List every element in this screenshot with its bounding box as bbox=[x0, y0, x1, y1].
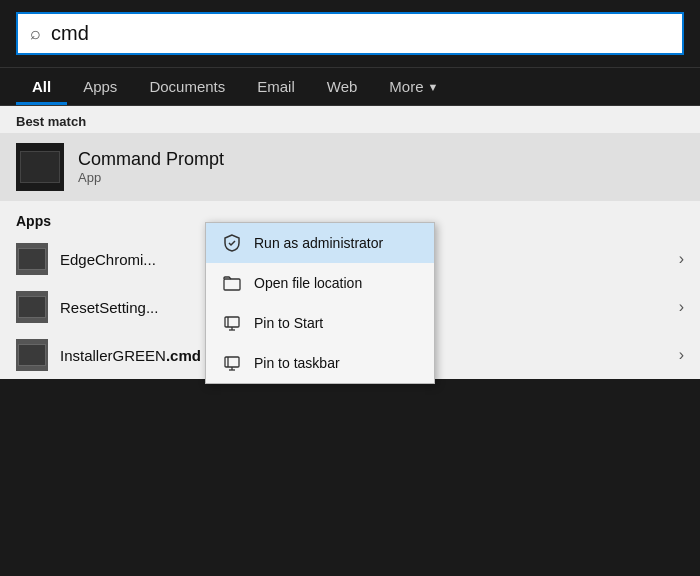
app-name: Command Prompt bbox=[78, 149, 684, 170]
chevron-right-icon: › bbox=[679, 250, 684, 268]
open-file-location-label: Open file location bbox=[254, 275, 362, 291]
pin-to-taskbar-label: Pin to taskbar bbox=[254, 355, 340, 371]
cmd-icon bbox=[16, 143, 64, 191]
folder-icon bbox=[222, 273, 242, 293]
chevron-right-icon: › bbox=[679, 346, 684, 364]
search-input[interactable] bbox=[51, 22, 670, 45]
context-menu-item-pin-to-start[interactable]: Pin to Start bbox=[206, 303, 434, 343]
reset-icon bbox=[16, 291, 48, 323]
svg-rect-0 bbox=[224, 279, 240, 290]
context-menu-item-run-as-admin[interactable]: Run as administrator bbox=[206, 223, 434, 263]
search-icon: ⌕ bbox=[30, 23, 41, 44]
tab-documents[interactable]: Documents bbox=[133, 68, 241, 105]
pin-taskbar-icon bbox=[222, 353, 242, 373]
search-input-wrapper[interactable]: ⌕ bbox=[16, 12, 684, 55]
tab-apps[interactable]: Apps bbox=[67, 68, 133, 105]
chevron-right-icon: › bbox=[679, 298, 684, 316]
tab-web[interactable]: Web bbox=[311, 68, 374, 105]
context-menu-item-pin-to-taskbar[interactable]: Pin to taskbar bbox=[206, 343, 434, 383]
shield-icon bbox=[222, 233, 242, 253]
installer-icon bbox=[16, 339, 48, 371]
more-label: More bbox=[389, 78, 423, 95]
best-match-label: Best match bbox=[0, 106, 700, 133]
tab-more[interactable]: More ▼ bbox=[373, 68, 454, 105]
pin-to-start-label: Pin to Start bbox=[254, 315, 323, 331]
filter-tabs: All Apps Documents Email Web More ▼ bbox=[0, 68, 700, 106]
app-type: App bbox=[78, 170, 684, 185]
edge-icon bbox=[16, 243, 48, 275]
pin-start-icon bbox=[222, 313, 242, 333]
tab-all[interactable]: All bbox=[16, 68, 67, 105]
app-info: Command Prompt App bbox=[78, 149, 684, 185]
chevron-down-icon: ▼ bbox=[428, 81, 439, 93]
best-match-item[interactable]: Command Prompt App bbox=[0, 133, 700, 201]
main-content: Best match Command Prompt App Run as adm… bbox=[0, 106, 700, 379]
svg-rect-5 bbox=[225, 357, 239, 367]
search-bar: ⌕ bbox=[0, 0, 700, 68]
tab-email[interactable]: Email bbox=[241, 68, 311, 105]
run-as-admin-label: Run as administrator bbox=[254, 235, 383, 251]
context-menu-item-open-file-location[interactable]: Open file location bbox=[206, 263, 434, 303]
svg-rect-1 bbox=[225, 317, 239, 327]
context-menu: Run as administrator Open file location bbox=[205, 222, 435, 384]
